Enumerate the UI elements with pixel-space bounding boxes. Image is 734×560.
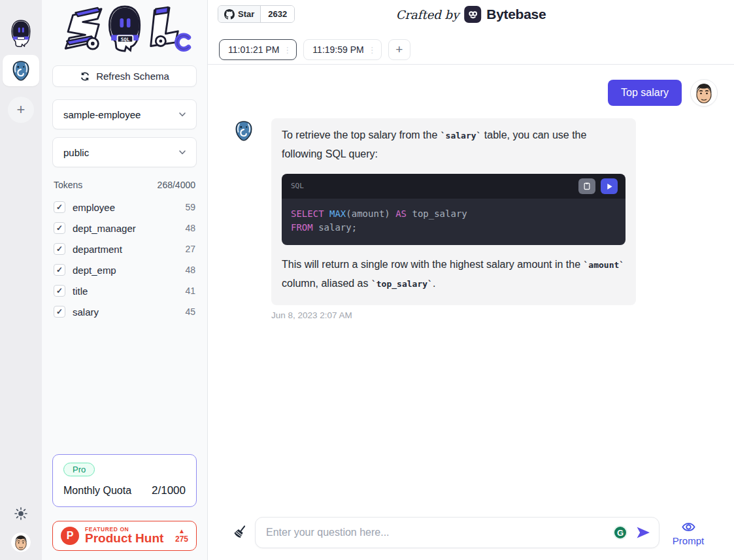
- theme-toggle-button[interactable]: [14, 506, 28, 523]
- quota-value: 2/1000: [152, 484, 186, 497]
- table-row: ✓ dept_manager 48: [52, 218, 197, 239]
- table-name: title: [73, 286, 88, 297]
- table-checkbox[interactable]: ✓: [54, 243, 65, 255]
- prompt-label: Prompt: [673, 535, 704, 546]
- ph-name-label: Product Hunt: [85, 532, 163, 545]
- copy-code-button[interactable]: [578, 178, 595, 194]
- product-hunt-badge[interactable]: P FEATURED ON Product Hunt ▲ 275: [52, 521, 197, 551]
- question-input-wrap: G: [255, 517, 659, 548]
- table-row: ✓ salary 45: [52, 301, 197, 322]
- assistant-paragraph-1: To retrieve the top salary from the `sal…: [282, 126, 626, 163]
- question-input[interactable]: [266, 527, 613, 538]
- sidebar: SQL Refresh Schema sample-employee publi…: [42, 0, 208, 560]
- user-avatar-icon: [11, 533, 31, 552]
- inline-code: `salary`: [441, 131, 482, 140]
- table-row: ✓ dept_emp 48: [52, 259, 197, 280]
- table-name: employee: [73, 202, 115, 213]
- ph-vote-count: 275: [175, 535, 188, 544]
- table-row: ✓ department 27: [52, 239, 197, 259]
- user-avatar: [690, 79, 718, 107]
- user-message-bubble: Top salary: [608, 80, 682, 106]
- logo-badge-text: SQL: [120, 37, 129, 42]
- crafted-by[interactable]: Crafted by Bytebase: [396, 6, 546, 23]
- play-icon: [606, 183, 613, 190]
- refresh-schema-button[interactable]: Refresh Schema: [52, 65, 197, 87]
- tokens-usage: 268/4000: [158, 180, 195, 190]
- check-icon: ✓: [56, 244, 63, 254]
- bytebase-logo-icon: [464, 6, 481, 23]
- github-star-button[interactable]: Star 2632: [218, 5, 295, 23]
- quota-card: Pro Monthly Quota 2/1000: [52, 454, 197, 507]
- star-label: Star: [238, 9, 254, 19]
- bytebase-wordmark: Bytebase: [486, 7, 546, 22]
- product-hunt-logo-icon: P: [61, 527, 79, 545]
- composer: G Prompt: [232, 517, 706, 548]
- database-select-value: sample-employee: [63, 109, 141, 120]
- main-header: Star 2632 Crafted by Bytebase: [208, 5, 734, 27]
- code-language-label: SQL: [291, 177, 304, 195]
- quota-label: Monthly Quota: [63, 485, 131, 497]
- table-token-count: 48: [185, 265, 195, 275]
- main-panel: Star 2632 Crafted by Bytebase 11:01:21 P…: [208, 0, 734, 560]
- user-avatar-icon: [691, 80, 717, 106]
- plus-icon: +: [395, 42, 403, 57]
- table-checkbox[interactable]: ✓: [54, 222, 65, 234]
- conversation-tab-1[interactable]: 11:01:21 PM ⋮: [219, 39, 297, 60]
- tab-menu-icon[interactable]: ⋮: [283, 45, 291, 55]
- table-checkbox[interactable]: ✓: [54, 285, 65, 297]
- table-name: salary: [73, 306, 99, 318]
- star-count: 2632: [261, 6, 294, 22]
- table-row: ✓ employee 59: [52, 197, 197, 218]
- table-list: ✓ employee 59 ✓ dept_manager 48 ✓ depart…: [52, 197, 197, 322]
- ph-votes: ▲ 275: [175, 528, 188, 544]
- copy-icon: [583, 182, 591, 190]
- grammarly-letter: G: [617, 528, 624, 538]
- connection-postgres-tile[interactable]: [3, 55, 39, 86]
- sqlchat-logo: SQL: [52, 3, 197, 55]
- code-content: SELECT MAX(amount) AS top_salary FROM sa…: [282, 199, 626, 245]
- refresh-icon: [80, 71, 90, 82]
- tab-menu-icon[interactable]: ⋮: [368, 45, 376, 55]
- schema-select[interactable]: public: [52, 137, 197, 167]
- run-query-button[interactable]: [601, 178, 618, 194]
- sqlchat-bot-icon[interactable]: [8, 20, 33, 47]
- table-name: department: [73, 244, 122, 255]
- bot-avatar-icon: [8, 20, 33, 47]
- sun-icon: [14, 506, 28, 521]
- assistant-paragraph-2: This will return a single row with the h…: [282, 255, 626, 293]
- inline-code: `top_salary`: [371, 279, 433, 289]
- clear-conversation-button[interactable]: [232, 523, 248, 542]
- send-icon: [635, 525, 651, 540]
- app-rail: +: [0, 0, 42, 560]
- table-token-count: 41: [185, 286, 195, 296]
- upvote-icon: ▲: [178, 528, 185, 535]
- conversation-tab-2[interactable]: 11:19:59 PM ⋮: [303, 39, 381, 60]
- table-checkbox[interactable]: ✓: [54, 306, 65, 318]
- table-checkbox[interactable]: ✓: [54, 201, 65, 213]
- code-block-header: SQL: [282, 174, 626, 199]
- tab-label: 11:01:21 PM: [228, 44, 279, 55]
- postgresql-icon: [11, 60, 31, 81]
- database-select[interactable]: sample-employee: [52, 99, 197, 129]
- table-checkbox[interactable]: ✓: [54, 264, 65, 276]
- tab-label: 11:19:59 PM: [312, 44, 363, 55]
- assistant-message-row: To retrieve the top salary from the `sal…: [208, 118, 734, 305]
- check-icon: ✓: [56, 307, 63, 316]
- schema-select-value: public: [63, 147, 89, 158]
- prompt-button[interactable]: Prompt: [671, 519, 706, 546]
- message-timestamp: Jun 8, 2023 2:07 AM: [271, 310, 734, 320]
- send-button[interactable]: [635, 525, 651, 540]
- grammarly-icon[interactable]: G: [613, 525, 627, 540]
- plus-icon: +: [17, 103, 25, 117]
- add-connection-button[interactable]: +: [8, 97, 34, 123]
- conversation-tabs: 11:01:21 PM ⋮ 11:19:59 PM ⋮ +: [208, 27, 734, 65]
- tokens-header: Tokens 268/4000: [52, 180, 197, 190]
- check-icon: ✓: [56, 203, 63, 212]
- table-token-count: 48: [185, 223, 195, 233]
- table-row: ✓ title 41: [52, 280, 197, 301]
- account-avatar-button[interactable]: [11, 533, 31, 552]
- table-token-count: 59: [185, 202, 195, 212]
- user-message-row: Top salary: [208, 79, 718, 107]
- new-conversation-button[interactable]: +: [388, 39, 410, 60]
- sqlchat-logo-art: SQL: [57, 4, 193, 54]
